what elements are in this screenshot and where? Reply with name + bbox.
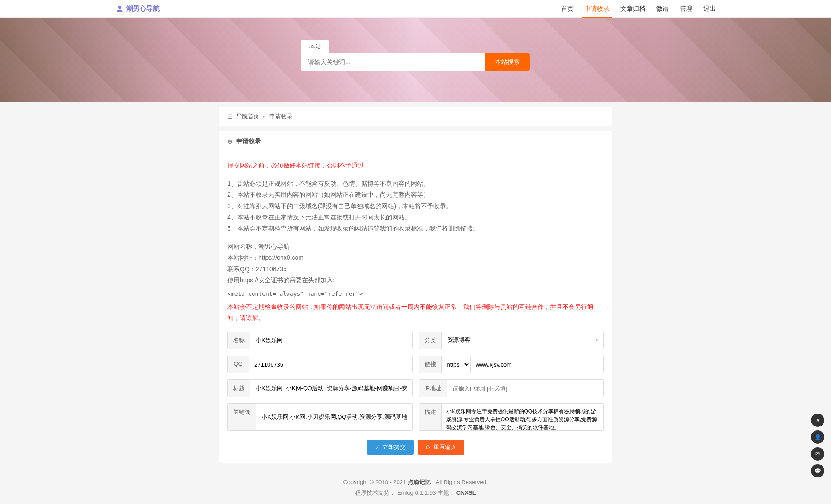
footer-theme[interactable]: CNXSL [456, 489, 476, 496]
field-ip: IP地址 [419, 379, 604, 397]
input-ip[interactable] [447, 380, 603, 397]
nav-manage[interactable]: 管理 [680, 5, 692, 13]
logo-icon [115, 4, 124, 13]
main-panel: ⊕ 申请收录 提交网站之前，必须做好本站链接，否则不予通过！ 1、贵站必须是正规… [219, 131, 612, 463]
label-category: 分类 [419, 332, 442, 349]
input-name[interactable] [250, 332, 412, 349]
label-name: 名称 [228, 332, 250, 349]
hero-banner: 本站 本站搜索 [0, 18, 831, 102]
label-qq: QQ [228, 356, 249, 373]
field-qq: QQ [227, 356, 413, 373]
button-row: ✓ 立即提交 ⟳ 重置输入 [227, 440, 604, 455]
float-buttons: ∧ 👤 ✉ 💬 [811, 414, 824, 477]
input-qq[interactable] [249, 356, 412, 373]
footer-site-name[interactable]: 点滴记忆 [408, 479, 431, 485]
form-grid: 名称 分类 资源博客 QQ 链接 [227, 332, 604, 431]
user-icon: 👤 [815, 434, 821, 440]
field-category: 分类 资源博客 [419, 332, 604, 349]
scroll-top-button[interactable]: ∧ [811, 414, 824, 427]
select-protocol[interactable]: https:// [442, 356, 471, 373]
rule-3: 3、对挂靠别人网站下的二级域名(即没有自己单独域名的网站)，本站将不予收录。 [227, 201, 604, 212]
contact-qq-info: 联系QQ：271106735 [227, 264, 604, 275]
meta-code: <meta content="always" name="referrer"> [227, 290, 604, 297]
panel-body: 提交网站之前，必须做好本站链接，否则不予通过！ 1、贵站必须是正规网站，不能含有… [219, 152, 612, 463]
search-tabs: 本站 [301, 40, 530, 53]
svg-point-0 [118, 6, 121, 9]
mail-button[interactable]: ✉ [811, 447, 824, 461]
search-button[interactable]: 本站搜索 [485, 53, 530, 71]
label-desc: 描述 [419, 404, 442, 430]
nav-menu: 首页 申请收录 文章归档 微语 管理 退出 [561, 5, 716, 13]
submit-button[interactable]: ✓ 立即提交 [367, 440, 414, 455]
footer: Copyright © 2018 - 2021 点滴记忆 . All Right… [0, 468, 831, 504]
field-name: 名称 [227, 332, 413, 349]
nav-logout[interactable]: 退出 [703, 5, 716, 13]
user-button[interactable]: 👤 [811, 430, 824, 444]
navbar: 潮男心导航 首页 申请收录 文章归档 微语 管理 退出 [0, 0, 831, 18]
rule-2: 2、本站不收录无实用内容的网站（如网站正在建设中，尚无完整内容等） [227, 189, 604, 200]
search-input[interactable] [301, 53, 485, 71]
refresh-icon: ⟳ [426, 444, 431, 451]
logo-text: 潮男心导航 [126, 4, 160, 13]
panel-header: ⊕ 申请收录 [219, 131, 612, 152]
check-icon: ✓ [375, 444, 380, 451]
input-title[interactable] [250, 380, 412, 397]
label-title: 标题 [228, 380, 250, 397]
textarea-desc[interactable] [442, 404, 604, 430]
logo[interactable]: 潮男心导航 [115, 4, 160, 13]
warning-before-submit: 提交网站之前，必须做好本站链接，否则不予通过！ [227, 160, 604, 171]
nav-archive[interactable]: 文章归档 [620, 5, 645, 13]
breadcrumb: ☰ 导航首页 » 申请收录 [219, 107, 612, 126]
rule-4: 4、本站不收录在正常情况下无法正常连接或打开时间太长的网站。 [227, 212, 604, 223]
chevron-up-icon: ∧ [816, 417, 820, 423]
site-name-info: 网站名称：潮男心导航 [227, 241, 604, 252]
panel-title: 申请收录 [236, 137, 261, 145]
input-keywords[interactable] [256, 404, 412, 430]
https-note: 使用https://安全证书的需要在头部加入: [227, 275, 604, 286]
nav-weiyu[interactable]: 微语 [656, 5, 669, 13]
field-desc: 描述 [419, 403, 604, 431]
label-ip: IP地址 [419, 380, 447, 397]
field-link: 链接 https:// [419, 356, 604, 373]
label-link: 链接 [419, 356, 442, 373]
breadcrumb-separator: » [263, 113, 266, 120]
site-url-info: 本站网址：https://cnx0.com [227, 252, 604, 263]
nav-apply[interactable]: 申请收录 [585, 5, 609, 13]
label-keywords: 关键词 [228, 404, 256, 430]
wechat-button[interactable]: 💬 [811, 464, 824, 477]
reset-button[interactable]: ⟳ 重置输入 [418, 440, 464, 455]
footer-engine: Emlog 6.1.1.93 [397, 489, 436, 496]
wechat-icon: 💬 [815, 468, 821, 474]
main-container: ☰ 导航首页 » 申请收录 ⊕ 申请收录 提交网站之前，必须做好本站链接，否则不… [219, 102, 612, 463]
mail-icon: ✉ [815, 451, 820, 457]
breadcrumb-home[interactable]: 导航首页 [236, 113, 259, 121]
input-link[interactable] [471, 356, 604, 373]
plus-icon: ⊕ [227, 138, 233, 145]
field-title: 标题 [227, 379, 413, 397]
warning-periodic-check: 本站会不定期检查收录的网站，如果你的网站出现无法访问或者一周内不能恢复正常，我们… [227, 301, 604, 324]
rule-1: 1、贵站必须是正规网站，不能含有反动、色情、赌博等不良内容的网站。 [227, 178, 604, 189]
breadcrumb-current: 申请收录 [269, 113, 293, 121]
rule-5: 5、本站会不定期检查所有网站，如发现收录的网站违背我们的收录标准，我们将删除链接… [227, 223, 604, 234]
nav-home[interactable]: 首页 [561, 5, 574, 13]
select-category[interactable]: 资源博客 [442, 332, 476, 348]
search-row: 本站搜索 [301, 53, 530, 71]
search-container: 本站 本站搜索 [301, 40, 530, 71]
list-icon: ☰ [227, 113, 233, 120]
search-tab-local[interactable]: 本站 [301, 40, 329, 53]
field-keywords: 关键词 [227, 403, 413, 431]
